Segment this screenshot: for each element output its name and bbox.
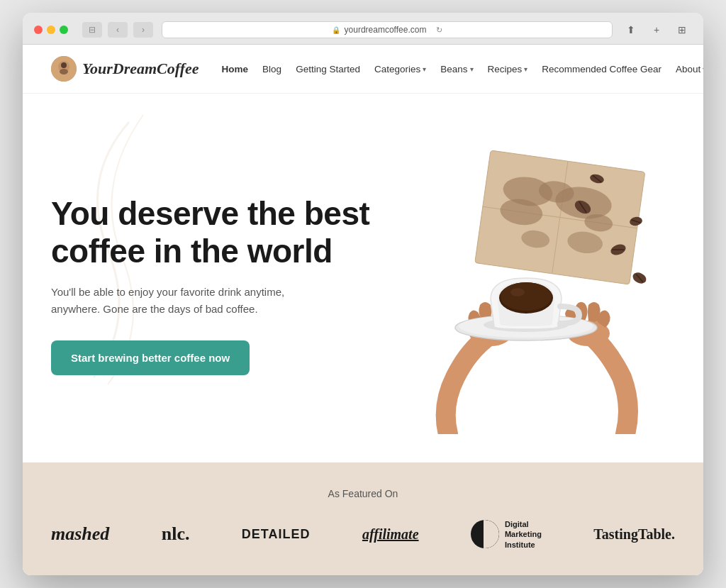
categories-dropdown-icon: ▾ (423, 65, 426, 73)
forward-button[interactable]: › (133, 22, 153, 38)
logo-detailed: DETAILED (242, 527, 311, 542)
hero-svg (377, 136, 675, 434)
nav-gear[interactable]: Recommended Coffee Gear (542, 64, 661, 74)
browser-actions: ⬆ + ⊞ (621, 22, 692, 38)
website: YourDreamCoffee Home Blog Getting Starte… (23, 45, 703, 575)
svg-point-31 (501, 282, 552, 311)
logo-tasting-table: TastingTable. (593, 526, 675, 543)
nav-recipes[interactable]: Recipes ▾ (488, 64, 528, 74)
logo-text: YourDreamCoffee (82, 60, 199, 78)
site-logo[interactable]: YourDreamCoffee (51, 56, 199, 82)
logo-icon (51, 56, 77, 82)
featured-section: As Featured On mashed nlc. DETAILED affi… (23, 462, 703, 575)
refresh-icon: ↻ (436, 26, 442, 35)
nav-about[interactable]: About ▾ (676, 64, 703, 74)
site-nav: YourDreamCoffee Home Blog Getting Starte… (23, 45, 703, 94)
hero-illustration (377, 136, 675, 434)
featured-title: As Featured On (51, 488, 675, 499)
share-button[interactable]: ⬆ (621, 22, 641, 38)
browser-window: ⊟ ‹ › 🔒 yourdreamcoffee.com ↻ ⬆ + ⊞ (23, 13, 703, 575)
browser-controls: ⊟ ‹ › (82, 22, 153, 38)
browser-titlebar: ⊟ ‹ › 🔒 yourdreamcoffee.com ↻ ⬆ + ⊞ (23, 13, 703, 45)
lock-icon: 🔒 (332, 26, 340, 34)
nav-home[interactable]: Home (222, 64, 249, 74)
logo-mashed: mashed (51, 523, 109, 545)
url-text: yourdreamcoffee.com (345, 25, 427, 35)
dmi-circle-icon (471, 520, 499, 548)
hero-title: You deserve the best coffee in the world (51, 195, 377, 270)
svg-point-32 (510, 288, 525, 296)
logo-affilimate: affilimate (362, 526, 419, 543)
hero-content: You deserve the best coffee in the world… (51, 195, 377, 376)
recipes-dropdown-icon: ▾ (524, 65, 527, 73)
nav-categories[interactable]: Categories ▾ (374, 64, 426, 74)
cta-button[interactable]: Start brewing better coffee now (51, 340, 250, 375)
logo-nlc: nlc. (162, 523, 190, 545)
svg-point-2 (60, 69, 68, 74)
nav-blog[interactable]: Blog (262, 64, 281, 74)
close-button[interactable] (34, 26, 43, 34)
nav-getting-started[interactable]: Getting Started (296, 64, 360, 74)
traffic-lights (34, 26, 68, 34)
logo-dmi: DigitalMarketingInstitute (471, 519, 542, 550)
featured-logos: mashed nlc. DETAILED affilimate DigitalM… (51, 519, 675, 550)
svg-point-3 (61, 62, 67, 68)
hero-section: You deserve the best coffee in the world… (23, 94, 703, 462)
minimize-button[interactable] (47, 26, 55, 34)
grid-button[interactable]: ⊞ (672, 22, 692, 38)
about-dropdown-icon: ▾ (703, 65, 703, 73)
hero-subtitle: You'll be able to enjoy your favorite dr… (51, 284, 320, 318)
maximize-button[interactable] (60, 26, 68, 34)
new-tab-button[interactable]: + (647, 22, 666, 38)
address-bar[interactable]: 🔒 yourdreamcoffee.com ↻ (162, 21, 613, 38)
nav-beans[interactable]: Beans ▾ (440, 64, 473, 74)
back-button[interactable]: ‹ (108, 22, 128, 38)
beans-dropdown-icon: ▾ (470, 65, 474, 73)
tab-switcher-button[interactable]: ⊟ (82, 22, 102, 38)
dmi-text: DigitalMarketingInstitute (505, 519, 542, 550)
nav-links: Home Blog Getting Started Categories ▾ B… (222, 64, 703, 74)
